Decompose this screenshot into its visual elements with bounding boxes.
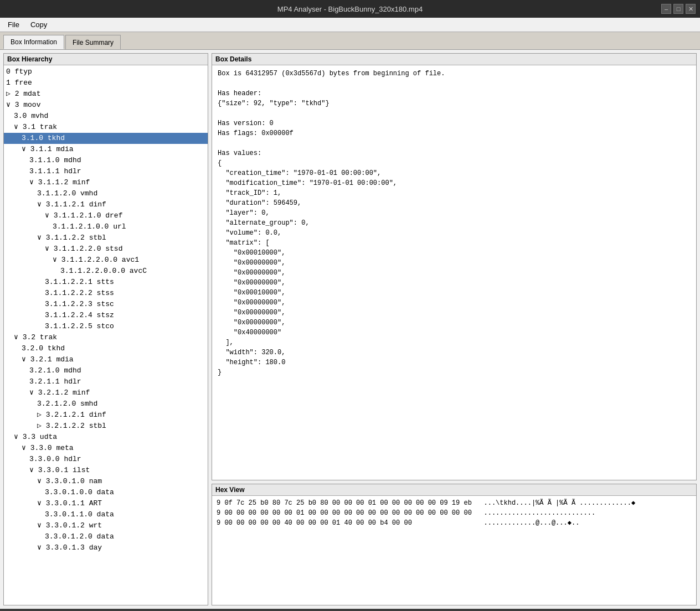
tree-item-21[interactable]: 3.1.1.2.2.3 stsc: [4, 299, 208, 310]
restore-button[interactable]: □: [673, 4, 683, 14]
close-button[interactable]: ✕: [686, 4, 696, 14]
tree-item-13[interactable]: ∨ 3.1.1.2.1.0 dref: [4, 210, 208, 221]
hex-view-content: 9 0f 7c 25 b0 80 7c 25 b0 80 00 00 00 01…: [212, 496, 696, 605]
tree-item-17[interactable]: ∨ 3.1.1.2.2.0.0 avc1: [4, 255, 208, 266]
tab-file-summary[interactable]: File Summary: [65, 35, 121, 49]
title-bar: MP4 Analyser - BigBuckBunny_320x180.mp4 …: [0, 0, 700, 18]
right-panel: Box Details Box is 64312957 (0x3d5567d) …: [212, 53, 697, 605]
tab-bar: Box Information File Summary: [0, 32, 700, 50]
tree-item-24[interactable]: ∨ 3.2 trak: [4, 332, 208, 343]
menu-file[interactable]: File: [3, 19, 24, 30]
window-title: MP4 Analyser - BigBuckBunny_320x180.mp4: [277, 5, 423, 13]
tree-item-14[interactable]: 3.1.1.2.1.0.0 url: [4, 221, 208, 232]
tree-item-37[interactable]: ∨ 3.3.0.1.0 nam: [4, 476, 208, 487]
tree-item-20[interactable]: 3.1.1.2.2.2 stss: [4, 288, 208, 299]
tree-item-22[interactable]: 3.1.1.2.2.4 stsz: [4, 310, 208, 321]
hierarchy-content[interactable]: 0 ftyp1 free▷ 2 mdat∨ 3 moov3.0 mvhd∨ 3.…: [4, 65, 208, 605]
tree-item-36[interactable]: ∨ 3.3.0.1 ilst: [4, 465, 208, 476]
tree-item-27[interactable]: 3.2.1.0 mdhd: [4, 365, 208, 376]
box-details-panel: Box Details Box is 64312957 (0x3d5567d) …: [212, 53, 697, 480]
tree-item-33[interactable]: ∨ 3.3 udta: [4, 432, 208, 443]
menu-bar: File Copy: [0, 18, 700, 32]
tree-item-3[interactable]: ∨ 3 moov: [4, 100, 208, 111]
tree-item-1[interactable]: 1 free: [4, 77, 208, 89]
main-content: Box Hierarchy 0 ftyp1 free▷ 2 mdat∨ 3 mo…: [0, 50, 700, 609]
tree-item-34[interactable]: ∨ 3.3.0 meta: [4, 443, 208, 454]
left-panel: Box Hierarchy 0 ftyp1 free▷ 2 mdat∨ 3 mo…: [3, 53, 208, 605]
tree-item-41[interactable]: ∨ 3.3.0.1.2 wrt: [4, 520, 208, 531]
tree-item-42[interactable]: 3.3.0.1.2.0 data: [4, 531, 208, 542]
tree-item-0[interactable]: 0 ftyp: [4, 66, 208, 77]
tree-item-2[interactable]: ▷ 2 mdat: [4, 89, 208, 100]
tree-item-43[interactable]: ∨ 3.3.0.1.3 day: [4, 542, 208, 553]
tree-item-18[interactable]: 3.1.1.2.2.0.0.0 avcC: [4, 266, 208, 277]
tree-item-29[interactable]: ∨ 3.2.1.2 minf: [4, 387, 208, 398]
tree-item-23[interactable]: 3.1.1.2.2.5 stco: [4, 321, 208, 332]
menu-copy[interactable]: Copy: [26, 19, 52, 30]
tree-item-30[interactable]: 3.2.1.2.0 smhd: [4, 398, 208, 410]
box-details-content: Box is 64312957 (0x3d5567d) bytes from b…: [212, 65, 696, 480]
tree-item-28[interactable]: 3.2.1.1 hdlr: [4, 376, 208, 387]
minimize-button[interactable]: –: [661, 4, 671, 14]
tree-item-35[interactable]: 3.3.0.0 hdlr: [4, 454, 208, 465]
tree-item-19[interactable]: 3.1.1.2.2.1 stts: [4, 277, 208, 288]
tree-item-31[interactable]: ▷ 3.2.1.2.1 dinf: [4, 410, 208, 421]
tree-item-39[interactable]: ∨ 3.3.0.1.1 ART: [4, 498, 208, 509]
hierarchy-panel-title: Box Hierarchy: [4, 54, 208, 65]
tree-item-26[interactable]: ∨ 3.2.1 mdia: [4, 354, 208, 365]
tree-item-25[interactable]: 3.2.0 tkhd: [4, 343, 208, 354]
tree-item-11[interactable]: 3.1.1.2.0 vmhd: [4, 188, 208, 199]
tree-item-40[interactable]: 3.3.0.1.1.0 data: [4, 509, 208, 520]
box-details-title: Box Details: [212, 54, 696, 65]
tab-box-information[interactable]: Box Information: [3, 35, 64, 49]
tree-item-12[interactable]: ∨ 3.1.1.2.1 dinf: [4, 199, 208, 210]
tree-item-5[interactable]: ∨ 3.1 trak: [4, 122, 208, 133]
window-controls: – □ ✕: [661, 4, 696, 14]
tree-item-15[interactable]: ∨ 3.1.1.2.2 stbl: [4, 232, 208, 244]
tree-item-38[interactable]: 3.3.0.1.0.0 data: [4, 487, 208, 498]
tree-item-32[interactable]: ▷ 3.2.1.2.2 stbl: [4, 421, 208, 432]
tree-item-16[interactable]: ∨ 3.1.1.2.2.0 stsd: [4, 244, 208, 255]
tree-item-8[interactable]: 3.1.1.0 mdhd: [4, 155, 208, 166]
tree-item-7[interactable]: ∨ 3.1.1 mdia: [4, 144, 208, 155]
tree-item-9[interactable]: 3.1.1.1 hdlr: [4, 166, 208, 177]
tree-item-6[interactable]: 3.1.0 tkhd: [4, 133, 208, 144]
tree-item-10[interactable]: ∨ 3.1.1.2 minf: [4, 177, 208, 188]
tree-item-4[interactable]: 3.0 mvhd: [4, 111, 208, 122]
hex-view-title: Hex View: [212, 484, 696, 496]
hex-view-panel: Hex View 9 0f 7c 25 b0 80 7c 25 b0 80 00…: [212, 484, 697, 605]
